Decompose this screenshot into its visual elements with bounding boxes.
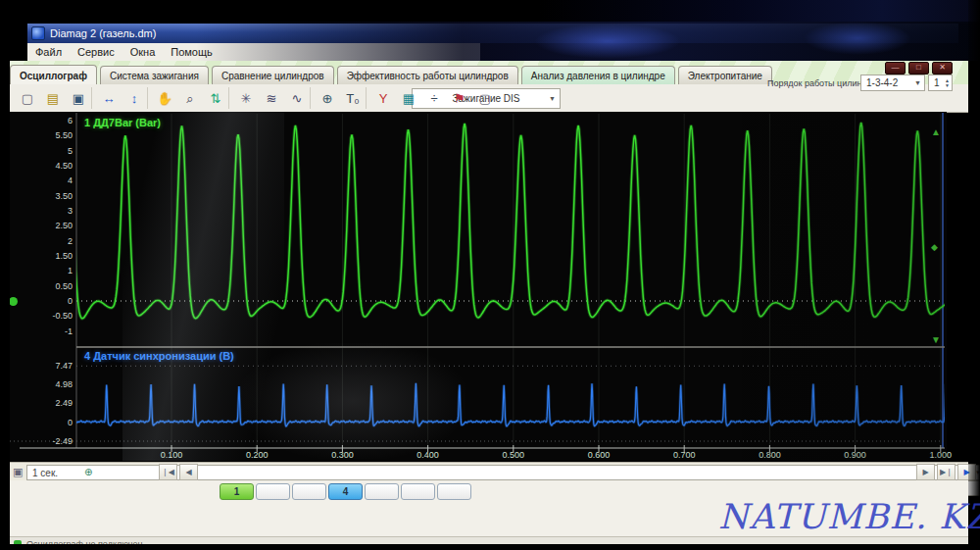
blue-ytick: 7.47 [33, 361, 73, 371]
loop-waves-icon[interactable]: ∿ [284, 87, 310, 111]
channel-button-6[interactable] [401, 483, 435, 500]
blue-ytick: 0 [33, 418, 73, 427]
status-bar: Осциллограф не подключен [10, 536, 968, 550]
green-ytick: 2.50 [33, 221, 73, 230]
pan-hand-icon[interactable]: ✋ [152, 87, 177, 111]
menu-item-Окна[interactable]: Окна [122, 45, 164, 59]
xtick: 1.000 [930, 450, 953, 460]
v-range-icon[interactable]: ↕ [122, 87, 147, 111]
timebase-bar: ▣ 1 сек. ▼ ⊕ 100 ▼ ❘◀◀ ▶▶❘▶ [10, 462, 968, 481]
nav-next-button[interactable]: ▶❘ [937, 464, 956, 480]
y-filter-icon[interactable]: Y [370, 87, 396, 111]
autoscale-icon[interactable]: ⊕ [315, 87, 340, 111]
green-ytick: -0.50 [33, 311, 73, 321]
xtick: 0.400 [416, 450, 439, 460]
xtick: 0.900 [844, 450, 866, 460]
cylinder-spinner[interactable]: 1 ▲▼ [928, 75, 953, 91]
bezel-left [0, 0, 10, 550]
timebase-value: 1 сек. [32, 468, 58, 478]
blue-ytick: 4.98 [33, 379, 73, 389]
minimize-button[interactable]: — [885, 62, 906, 75]
save-icon[interactable]: ▣ [66, 87, 91, 111]
green-ytick: 1 [33, 266, 73, 275]
green-ytick: 3.50 [33, 191, 73, 201]
chevron-down-icon: ▼ [549, 95, 556, 102]
menu-item-Файл[interactable]: Файл [27, 45, 70, 59]
green-ytick: 5 [33, 146, 73, 156]
flag-icon[interactable]: ⚑ [447, 87, 472, 111]
blue-ytick: -2.49 [33, 436, 73, 446]
zoom-in-icon[interactable]: ⊕ [84, 465, 92, 478]
green-ytick: 2 [33, 236, 73, 246]
green-ytick: 1.50 [33, 251, 73, 261]
green-ytick: 6 [33, 116, 73, 125]
cylinder-spinner-value: 1 [934, 77, 940, 88]
nav-next-button[interactable]: ▶ [957, 464, 976, 480]
tab-Электропитание[interactable]: Электропитание [678, 66, 772, 84]
menu-bar: ФайлСервисОкнаПомощь [27, 43, 480, 62]
xtick: 0.100 [161, 450, 183, 460]
channel-button-3[interactable] [292, 483, 326, 500]
status-led-icon [14, 540, 22, 548]
window-title: Diamag 2 (газель.dm) [50, 27, 156, 39]
fit-vertical-icon[interactable]: ⇅ [203, 87, 228, 111]
tab-Эффективность работы цилиндров[interactable]: Эффективность работы цилиндров [337, 66, 518, 84]
blue-ytick: 2.49 [33, 398, 73, 408]
waveform-canvas [10, 112, 947, 461]
spinner-arrows-icon[interactable]: ▲▼ [945, 78, 950, 88]
divide-icon[interactable]: ÷ [421, 87, 447, 111]
photo-top-band [0, 0, 980, 24]
toolbar-separator [91, 87, 92, 109]
xtick: 0.300 [331, 450, 354, 460]
scale-down-handle[interactable]: ▼ [931, 335, 941, 345]
xtick: 0.600 [588, 450, 611, 460]
table-icon[interactable]: ▦ [396, 87, 421, 111]
scale-up-handle[interactable]: ▲ [931, 127, 941, 137]
toolbar-separator [366, 87, 367, 109]
channel-button-2[interactable] [256, 483, 290, 500]
tab-Осциллограф[interactable]: Осциллограф [10, 65, 97, 84]
cylinder-order-combo[interactable]: 1-3-4-2 ▼ [860, 75, 925, 91]
menu-item-Помощь[interactable]: Помощь [163, 45, 220, 59]
window-controls: —□✕ [885, 62, 953, 75]
zero-level-icon[interactable]: T₀ [340, 87, 366, 111]
green-ytick: 3 [33, 206, 73, 216]
scale-mid-handle[interactable]: ◆ [931, 242, 938, 252]
nav-prev-button[interactable]: ❘◀ [159, 464, 177, 480]
channel-button-1[interactable]: 1 [220, 483, 254, 500]
pressure-trace-label: 1 ДД7Bar (Bar) [84, 117, 161, 128]
menu-item-Сервис[interactable]: Сервис [70, 45, 122, 59]
channel-button-7[interactable] [437, 483, 471, 500]
close-button[interactable]: ✕ [932, 62, 953, 75]
nav-next-button[interactable]: ▶ [916, 464, 935, 480]
chevron-down-icon: ▼ [914, 79, 921, 86]
open-folder-icon[interactable]: ▤ [40, 87, 66, 111]
xtick: 0.200 [246, 450, 269, 460]
page-icon: ▣ [13, 466, 23, 478]
tab-Система зажигания[interactable]: Система зажигания [100, 66, 209, 84]
maximize-button[interactable]: □ [908, 62, 929, 75]
tab-Анализ давления в цилиндре[interactable]: Анализ давления в цилиндре [521, 66, 675, 84]
overlay-waves-icon[interactable]: ≋ [259, 87, 284, 111]
oscilloscope-area[interactable] [10, 112, 947, 461]
nav-prev-button[interactable]: ◀ [179, 464, 198, 480]
toolbar-separator [147, 87, 148, 109]
new-file-icon[interactable]: ▢ [15, 87, 40, 111]
green-ytick: -1 [33, 326, 73, 336]
channel-button-4[interactable]: 4 [328, 483, 363, 500]
green-ytick: 0.50 [33, 281, 73, 291]
align-markers-icon[interactable]: ✳ [233, 87, 259, 111]
channel-button-5[interactable] [365, 483, 399, 500]
h-range-icon[interactable]: ↔ [96, 87, 122, 111]
blank-doc-icon[interactable]: ▢ [472, 87, 498, 111]
tab-Сравнение цилиндров[interactable]: Сравнение цилиндров [212, 66, 334, 84]
toolbar-separator [228, 87, 229, 109]
zero-level-handle[interactable] [9, 297, 18, 306]
zoom-icon[interactable]: ⌕ [177, 87, 203, 111]
cylinder-order-value: 1-3-4-2 [866, 77, 898, 88]
toolbar-separator [310, 87, 311, 109]
green-ytick: 4 [33, 175, 73, 185]
xtick: 0.800 [759, 450, 781, 460]
app-icon [31, 26, 45, 40]
green-ytick: 0 [33, 296, 73, 306]
